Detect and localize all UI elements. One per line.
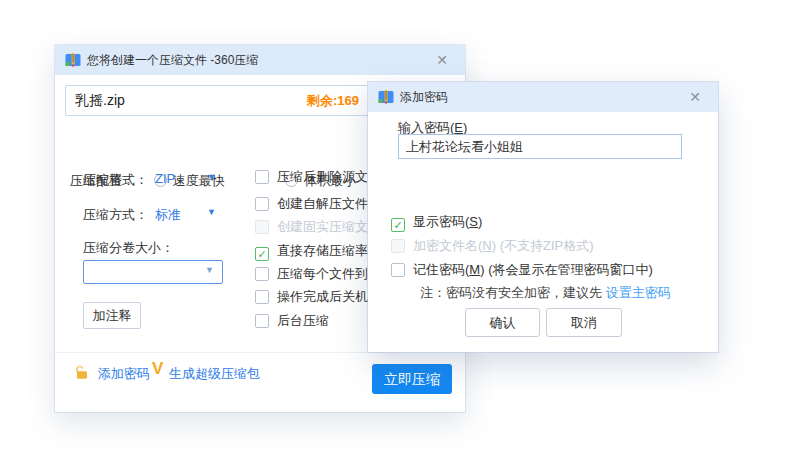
show-password-checkbox[interactable]: ✓显示密码(S) — [391, 213, 482, 232]
compress-format-row: 压缩格式： — [83, 171, 148, 189]
main-close-icon[interactable]: ✕ — [431, 45, 453, 75]
background-compress-checkbox[interactable]: 后台压缩 — [255, 312, 329, 330]
volume-size-label: 压缩分卷大小： — [83, 239, 174, 257]
format-dropdown-arrow-icon[interactable]: ▼ — [207, 172, 216, 182]
super-zip-link[interactable]: 生成超级压缩包 — [169, 365, 260, 383]
shutdown-after-checkbox[interactable]: 操作完成后关机 — [255, 288, 368, 306]
cancel-button[interactable]: 取消 — [546, 308, 622, 337]
shutdown-after-checkbox-box — [255, 290, 269, 304]
lock-icon — [74, 368, 93, 383]
set-master-password-link[interactable]: 设置主密码 — [606, 285, 671, 300]
separate-archive-checkbox[interactable]: 压缩每个文件到 — [255, 265, 368, 283]
method-dropdown-arrow-icon[interactable]: ▼ — [207, 207, 216, 217]
self-extract-checkbox-box — [255, 197, 269, 211]
compress-method-row: 压缩方式： — [83, 206, 148, 224]
360zip-app-icon — [65, 52, 81, 68]
remember-password-checkbox-box — [391, 263, 405, 277]
super-zip-v-icon: V — [152, 359, 163, 379]
footer-divider — [55, 352, 465, 353]
encrypt-filename-checkbox: 加密文件名(N) (不支持ZIP格式) — [391, 237, 594, 255]
show-password-checkbox-box: ✓ — [391, 218, 405, 232]
compress-now-button[interactable]: 立即压缩 — [372, 364, 452, 394]
delete-source-checkbox[interactable]: 压缩后删除源文件 — [255, 168, 381, 186]
self-extract-checkbox[interactable]: 创建自解压文件 — [255, 195, 368, 213]
format-select[interactable]: ZIP — [155, 171, 175, 186]
volume-size-select[interactable]: ▼ — [83, 260, 223, 284]
solid-archive-checkbox: 创建固实压缩文件 — [255, 218, 381, 236]
store-low-ratio-checkbox-box: ✓ — [255, 247, 269, 261]
remaining-space-label: 剩余:169 — [307, 86, 359, 115]
confirm-button[interactable]: 确认 — [465, 308, 540, 337]
compress-method-label: 压缩方式： — [83, 207, 148, 222]
separate-archive-checkbox-box — [255, 267, 269, 281]
main-titlebar: 您将创建一个压缩文件 -360压缩 ✕ — [55, 45, 465, 75]
store-low-ratio-checkbox[interactable]: ✓直接存储压缩率 — [255, 242, 368, 261]
delete-source-checkbox-box — [255, 170, 269, 184]
add-password-link[interactable]: 添加密码 — [74, 365, 150, 383]
dialog-close-icon[interactable]: ✕ — [684, 82, 706, 112]
add-comment-button[interactable]: 加注释 — [83, 302, 141, 329]
security-note: 注：密码没有安全加密，建议先 设置主密码 — [420, 284, 671, 302]
add-password-dialog: 添加密码 ✕ 输入密码(E) 上村花论坛看小姐姐 ✓显示密码(S) 加密文件名(… — [368, 82, 718, 352]
password-value: 上村花论坛看小姐姐 — [406, 135, 523, 158]
method-select[interactable]: 标准 — [155, 206, 181, 224]
encrypt-filename-checkbox-box — [391, 239, 405, 253]
background-compress-checkbox-box — [255, 314, 269, 328]
360zip-app-icon — [378, 89, 394, 105]
dialog-titlebar: 添加密码 ✕ — [368, 82, 718, 112]
solid-archive-checkbox-box — [255, 220, 269, 234]
main-window-title: 您将创建一个压缩文件 -360压缩 — [87, 45, 258, 75]
volume-dropdown-arrow-icon: ▼ — [205, 265, 214, 275]
dialog-title: 添加密码 — [400, 82, 448, 112]
remember-password-checkbox[interactable]: 记住密码(M) (将会显示在管理密码窗口中) — [391, 261, 653, 279]
filename-value: 乳摇.zip — [75, 86, 125, 115]
password-input[interactable]: 上村花论坛看小姐姐 — [398, 134, 682, 159]
compress-format-label: 压缩格式： — [83, 172, 148, 187]
